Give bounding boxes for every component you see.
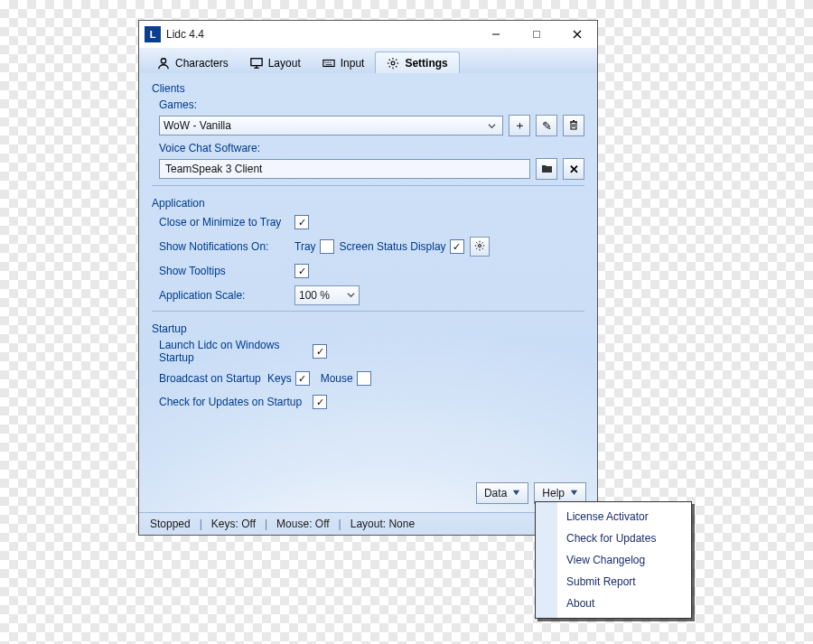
games-dropdown[interactable]: WoW - Vanilla	[159, 116, 503, 135]
menu-item-license[interactable]: License Activator	[536, 506, 691, 527]
plus-icon: ＋	[514, 117, 526, 134]
notif-screen-checkbox[interactable]	[450, 239, 464, 254]
data-button-label: Data	[484, 487, 507, 499]
group-clients: Clients Games: WoW - Vanilla ＋ ✎ Voice C…	[152, 82, 584, 186]
status-keys: Keys: Off	[211, 518, 256, 530]
data-button[interactable]: Data	[476, 482, 528, 504]
folder-icon	[541, 163, 553, 176]
svg-marker-36	[513, 490, 519, 495]
svg-line-18	[389, 60, 390, 61]
x-icon: ✕	[569, 163, 579, 176]
close-tray-label: Close or Minimize to Tray	[159, 216, 294, 229]
close-button[interactable]	[556, 22, 597, 47]
tab-settings[interactable]: Settings	[375, 51, 459, 73]
broadcast-keys-label: Keys	[267, 372, 292, 385]
voice-chat-field[interactable]: TeamSpeak 3 Client	[159, 159, 530, 179]
tab-label: Characters	[175, 57, 229, 70]
check-updates-checkbox[interactable]	[313, 395, 327, 409]
app-window: L Lidc 4.4 Characters Layout Input Setti…	[138, 20, 598, 536]
broadcast-mouse-checkbox[interactable]	[357, 371, 371, 386]
edit-game-button[interactable]: ✎	[536, 115, 557, 136]
menu-item-changelog[interactable]: View Changelog	[536, 549, 691, 571]
notifications-label: Show Notifications On:	[159, 240, 294, 253]
tab-characters[interactable]: Characters	[146, 52, 239, 73]
svg-point-4	[161, 59, 165, 63]
maximize-button[interactable]	[516, 22, 556, 47]
trash-icon	[568, 119, 579, 133]
group-application: Application Close or Minimize to Tray Sh…	[152, 197, 584, 312]
svg-line-19	[396, 66, 397, 67]
notif-screen-label: Screen Status Display	[340, 240, 446, 253]
tab-label: Input	[341, 57, 365, 70]
status-bar: Stopped | Keys: Off | Mouse: Off | Layou…	[139, 512, 597, 535]
svg-point-27	[478, 244, 481, 247]
tooltips-checkbox[interactable]	[294, 264, 309, 278]
svg-point-13	[391, 61, 395, 65]
gear-icon	[474, 240, 485, 254]
add-game-button[interactable]: ＋	[509, 115, 530, 136]
settings-panel: Clients Games: WoW - Vanilla ＋ ✎ Voice C…	[139, 73, 597, 535]
svg-line-35	[481, 242, 482, 243]
scale-label: Application Scale:	[159, 289, 294, 302]
status-layout: Layout: None	[350, 518, 415, 530]
broadcast-mouse-label: Mouse	[321, 372, 353, 385]
status-stopped: Stopped	[150, 518, 191, 530]
keyboard-icon	[322, 57, 335, 70]
tooltips-label: Show Tooltips	[159, 265, 294, 277]
svg-line-32	[476, 242, 477, 243]
close-tray-checkbox[interactable]	[294, 215, 309, 229]
group-title: Startup	[152, 322, 584, 335]
menu-item-about[interactable]: About	[536, 593, 691, 614]
minimize-button[interactable]	[475, 22, 516, 47]
tab-label: Layout	[268, 57, 301, 70]
scale-value: 100 %	[299, 289, 330, 302]
games-value: WoW - Vanilla	[164, 119, 231, 132]
browse-voice-button[interactable]	[536, 158, 557, 180]
help-menu: License Activator Check for Updates View…	[535, 501, 692, 619]
tab-bar: Characters Layout Input Settings	[139, 48, 597, 73]
broadcast-label: Broadcast on Startup	[159, 372, 267, 385]
svg-rect-5	[251, 59, 262, 66]
separator: |	[265, 518, 267, 530]
svg-rect-1	[533, 32, 539, 38]
svg-line-21	[396, 60, 397, 61]
notif-settings-button[interactable]	[470, 237, 490, 257]
scale-dropdown[interactable]: 100 %	[294, 285, 360, 305]
chevron-down-icon	[570, 487, 578, 499]
clear-voice-button[interactable]: ✕	[563, 158, 584, 180]
tab-layout[interactable]: Layout	[239, 52, 312, 73]
svg-rect-8	[323, 61, 334, 67]
chevron-down-icon	[347, 289, 355, 302]
separator: |	[200, 518, 202, 530]
app-icon: L	[145, 26, 161, 42]
svg-line-33	[481, 247, 482, 248]
voice-chat-value: TeamSpeak 3 Client	[165, 163, 262, 175]
pencil-icon: ✎	[542, 119, 552, 133]
voice-label: Voice Chat Software:	[159, 142, 584, 154]
menu-item-report[interactable]: Submit Report	[536, 571, 691, 593]
gear-icon	[387, 57, 399, 70]
games-label: Games:	[159, 98, 584, 111]
svg-rect-22	[571, 122, 576, 129]
launch-startup-checkbox[interactable]	[313, 344, 327, 359]
svg-marker-37	[571, 490, 577, 495]
launch-startup-label: Launch Lidc on Windows Startup	[159, 339, 313, 364]
help-button-label: Help	[542, 487, 565, 499]
check-updates-label: Check for Updates on Startup	[159, 396, 313, 408]
broadcast-keys-checkbox[interactable]	[295, 371, 310, 386]
separator: |	[339, 518, 341, 530]
svg-line-20	[389, 66, 390, 67]
person-icon	[157, 57, 170, 70]
menu-item-updates[interactable]: Check for Updates	[536, 527, 691, 549]
delete-game-button[interactable]	[563, 115, 584, 136]
chevron-down-icon	[512, 487, 520, 499]
titlebar: L Lidc 4.4	[139, 21, 597, 48]
monitor-icon	[250, 57, 263, 70]
status-mouse: Mouse: Off	[276, 518, 329, 530]
group-title: Application	[152, 197, 584, 210]
notif-tray-label: Tray	[294, 240, 316, 253]
notif-tray-checkbox[interactable]	[320, 239, 334, 254]
group-startup: Startup Launch Lidc on Windows Startup B…	[152, 322, 584, 411]
svg-line-34	[476, 247, 477, 248]
tab-input[interactable]: Input	[312, 52, 376, 73]
